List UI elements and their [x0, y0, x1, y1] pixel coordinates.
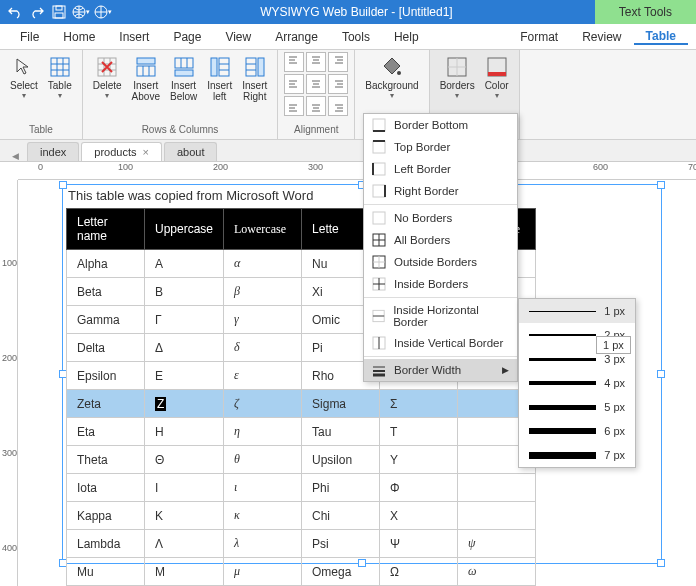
- svg-rect-14: [258, 58, 264, 76]
- menu-table[interactable]: Table: [634, 29, 688, 45]
- svg-rect-19: [373, 119, 385, 131]
- close-icon[interactable]: ×: [143, 146, 149, 158]
- table-row[interactable]: LambdaΛλPsiΨψ: [67, 530, 536, 558]
- menu-view[interactable]: View: [213, 30, 263, 44]
- table-row[interactable]: EtaΗηTauΤ: [67, 418, 536, 446]
- vertical-ruler: 100 200 300 400: [0, 180, 18, 586]
- svg-rect-23: [373, 212, 385, 224]
- width-4px[interactable]: 4 px: [519, 371, 635, 395]
- menu-page[interactable]: Page: [161, 30, 213, 44]
- border-top-item[interactable]: Top Border: [364, 136, 517, 158]
- all-borders-item[interactable]: All Borders: [364, 229, 517, 251]
- table-row[interactable]: ZetaΖζSigmaΣ: [67, 390, 536, 418]
- header-letter-name: Letter name: [67, 209, 145, 250]
- svg-rect-21: [373, 163, 385, 175]
- svg-rect-11: [219, 58, 229, 76]
- menu-insert[interactable]: Insert: [107, 30, 161, 44]
- group-rows-label: Rows & Columns: [89, 122, 272, 137]
- inside-borders-item[interactable]: Inside Borders: [364, 273, 517, 295]
- menu-format[interactable]: Format: [508, 30, 570, 44]
- insert-right-button[interactable]: Insert Right: [238, 52, 271, 122]
- redo-icon[interactable]: [28, 3, 46, 21]
- table-row[interactable]: ThetaΘθUpsilonΥ: [67, 446, 536, 474]
- width-tooltip: 1 px: [596, 336, 631, 354]
- table-caption: This table was copied from Microsoft Wor…: [68, 188, 313, 203]
- svg-rect-20: [373, 141, 385, 153]
- globe2-icon[interactable]: ▾: [94, 3, 112, 21]
- table-button[interactable]: Table▾: [44, 52, 76, 122]
- insert-below-button[interactable]: Insert Below: [166, 52, 201, 122]
- border-width-item[interactable]: Border Width▶: [364, 359, 517, 381]
- border-bottom-item[interactable]: Border Bottom: [364, 114, 517, 136]
- titlebar: ▾ ▾ WYSIWYG Web Builder - [Untitled1] Te…: [0, 0, 696, 24]
- header-lowercase: Lowercase: [224, 209, 302, 250]
- alignment-grid[interactable]: [284, 52, 348, 122]
- no-borders-item[interactable]: No Borders: [364, 207, 517, 229]
- color-button[interactable]: Color▾: [481, 52, 513, 122]
- svg-rect-9: [175, 58, 193, 68]
- svg-rect-13: [246, 58, 256, 76]
- width-1px[interactable]: 1 px: [519, 299, 635, 323]
- menu-file[interactable]: File: [8, 30, 51, 44]
- tab-about[interactable]: about: [164, 142, 218, 161]
- svg-rect-2: [55, 13, 63, 18]
- width-7px[interactable]: 7 px: [519, 443, 635, 467]
- svg-rect-12: [211, 58, 217, 76]
- header-uppercase: Uppercase: [145, 209, 224, 250]
- horizontal-ruler: 0 100 200 300 500 600 700: [18, 162, 696, 180]
- menu-review[interactable]: Review: [570, 30, 633, 44]
- menubar: File Home Insert Page View Arrange Tools…: [0, 24, 696, 50]
- border-left-item[interactable]: Left Border: [364, 158, 517, 180]
- width-5px[interactable]: 5 px: [519, 395, 635, 419]
- border-width-submenu: 1 px 2 px 3 px 4 px 5 px 6 px 7 px: [518, 298, 636, 468]
- table-row[interactable]: IotaΙιPhiΦ: [67, 474, 536, 502]
- menu-help[interactable]: Help: [382, 30, 431, 44]
- tab-index[interactable]: index: [27, 142, 79, 161]
- globe-icon[interactable]: ▾: [72, 3, 90, 21]
- width-6px[interactable]: 6 px: [519, 419, 635, 443]
- svg-rect-8: [137, 58, 155, 64]
- delete-button[interactable]: Delete▾: [89, 52, 126, 122]
- svg-point-15: [397, 71, 401, 75]
- table-row[interactable]: KappaΚκChiΧ: [67, 502, 536, 530]
- table-row[interactable]: MuΜμOmegaΩω: [67, 558, 536, 586]
- borders-button[interactable]: Borders▾: [436, 52, 479, 122]
- ribbon: Select▾ Table▾ Table Delete▾ Insert Abov…: [0, 50, 696, 140]
- svg-rect-18: [488, 72, 506, 76]
- svg-rect-22: [373, 185, 385, 197]
- select-button[interactable]: Select▾: [6, 52, 42, 122]
- insert-above-button[interactable]: Insert Above: [128, 52, 164, 122]
- border-right-item[interactable]: Right Border: [364, 180, 517, 202]
- app-title: WYSIWYG Web Builder - [Untitled1]: [118, 5, 595, 19]
- svg-rect-7: [137, 66, 155, 76]
- borders-dropdown: Border Bottom Top Border Left Border Rig…: [363, 113, 518, 382]
- group-table-label: Table: [6, 122, 76, 137]
- undo-icon[interactable]: [6, 3, 24, 21]
- contextual-tab: Text Tools: [595, 0, 696, 24]
- save-icon[interactable]: [50, 3, 68, 21]
- menu-home[interactable]: Home: [51, 30, 107, 44]
- menu-arrange[interactable]: Arrange: [263, 30, 330, 44]
- outside-borders-item[interactable]: Outside Borders: [364, 251, 517, 273]
- background-button[interactable]: Background▾: [361, 52, 422, 122]
- insert-left-button[interactable]: Insert left: [203, 52, 236, 122]
- menu-tools[interactable]: Tools: [330, 30, 382, 44]
- inside-horizontal-item[interactable]: Inside Horizontal Border: [364, 300, 517, 332]
- svg-rect-5: [51, 58, 69, 76]
- inside-vertical-item[interactable]: Inside Vertical Border: [364, 332, 517, 354]
- svg-rect-1: [56, 6, 62, 10]
- tab-products[interactable]: products×: [81, 142, 162, 161]
- document-tabs: ◀ index products× about: [0, 140, 696, 162]
- svg-rect-10: [175, 70, 193, 76]
- group-align-label: Alignment: [284, 122, 348, 137]
